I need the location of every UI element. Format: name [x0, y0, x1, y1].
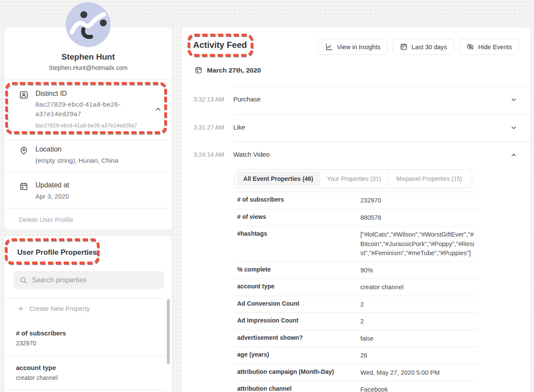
- property-value: 2: [360, 296, 477, 313]
- view-in-insights-label: View in Insights: [337, 44, 380, 51]
- updated-at-label: Updated at: [35, 181, 69, 189]
- chevron-down-icon[interactable]: [510, 124, 517, 131]
- divider: [4, 208, 172, 209]
- event-name: Purchase: [233, 95, 261, 103]
- tab-mixpanel-properties[interactable]: Mixpanel Properties (15): [388, 171, 470, 186]
- profile-card: Stephen Hunt Stephen.Hunt@hotmailx.com D…: [4, 28, 172, 230]
- property-key: attribution channel: [235, 381, 360, 392]
- delete-user-profile-button[interactable]: Delete User Profile: [19, 216, 73, 223]
- location-pin-icon: [19, 146, 29, 155]
- avatar-face-icon: [66, 2, 111, 47]
- user-profile-properties-title: User Profile Properties: [17, 248, 97, 257]
- distinct-id-label: Distinct ID: [35, 90, 67, 98]
- calendar-icon: [400, 43, 408, 51]
- contact-badge-icon: [19, 90, 29, 100]
- property-value: creator channel: [360, 279, 477, 296]
- user-avatar: [66, 2, 111, 47]
- table-row: advertisement shown? false: [235, 330, 477, 347]
- property-value: 232970: [16, 340, 36, 347]
- table-row: account type creator channel: [235, 278, 477, 296]
- event-row-like[interactable]: 3:31:27 AM Like: [181, 114, 531, 142]
- divider: [4, 355, 166, 356]
- distinct-id-value-small: 8ac27829-ebcd-41a8-be26-a37e14ed29a7: [35, 123, 137, 129]
- property-value: 2: [360, 313, 477, 330]
- chevron-down-icon[interactable]: [510, 96, 517, 103]
- user-profile-properties-card: User Profile Properties Create New Prope…: [4, 236, 172, 392]
- property-value: false: [360, 330, 477, 347]
- plus-icon: [17, 305, 24, 312]
- search-icon: [19, 276, 28, 285]
- event-properties-tabbar: All Event Properties (46) Your Propertie…: [235, 169, 472, 188]
- search-properties-input[interactable]: [32, 276, 158, 284]
- activity-feed-card: Activity Feed View in Insights Last 30 d…: [181, 28, 531, 392]
- event-properties-table: # of subscribers 232970 # of views 88057…: [235, 192, 477, 392]
- property-value: creator channel: [16, 374, 58, 381]
- table-row: # of subscribers 232970: [235, 192, 477, 209]
- search-properties-box[interactable]: [13, 271, 164, 289]
- property-key: age (years): [235, 347, 360, 361]
- properties-scrollbar-thumb[interactable]: [167, 299, 170, 364]
- date-range-button[interactable]: Last 30 days: [393, 39, 454, 55]
- event-time: 3:32:13 AM: [194, 96, 224, 103]
- create-new-property-button[interactable]: Create New Property: [17, 305, 90, 312]
- distinct-id-value: 8ac27829-ebcd-41a8-be26-a37e14ed29a7: [35, 100, 149, 119]
- property-value: 26: [360, 347, 477, 364]
- table-row: attribution channel Facebook: [235, 381, 477, 392]
- table-row: age (years) 26: [235, 347, 477, 364]
- event-row-watch-video[interactable]: 3:24:14 AM Watch Video: [181, 142, 531, 169]
- property-value: 90%: [360, 262, 477, 279]
- property-key: # of views: [235, 209, 360, 224]
- property-key: % complete: [235, 262, 360, 276]
- table-row: # of views 880578: [235, 209, 477, 226]
- updated-at-value: Apr 3, 2020: [35, 193, 69, 200]
- table-row: Ad Conversion Count 2: [235, 296, 477, 313]
- property-value: Wed, May 27, 2020 5:00 PM: [360, 364, 477, 381]
- property-key: account type: [235, 279, 360, 293]
- table-row: attribution campaign (Month-Day) Wed, Ma…: [235, 364, 477, 381]
- line-chart-icon: [325, 43, 333, 51]
- location-label: Location: [35, 145, 62, 153]
- property-value: ["#lolCats","#Wilson","#WorstGiftEver","…: [360, 226, 477, 262]
- table-row: #hashtags ["#lolCats","#Wilson","#WorstG…: [235, 226, 477, 262]
- profile-name: Stephen Hunt: [4, 52, 172, 62]
- property-name: # of subscribers: [16, 329, 66, 337]
- property-value: 232970: [360, 192, 477, 209]
- chevron-up-icon[interactable]: [510, 152, 517, 158]
- property-value: Facebook: [360, 381, 477, 392]
- chevron-up-icon[interactable]: [154, 105, 162, 113]
- event-time: 3:31:27 AM: [194, 124, 224, 131]
- tab-your-properties[interactable]: Your Properties (31): [320, 171, 388, 186]
- calendar-icon: [19, 182, 29, 191]
- property-value: 880578: [360, 209, 477, 226]
- feed-date-label: March 27th, 2020: [207, 66, 261, 74]
- event-time: 3:24:14 AM: [194, 151, 224, 158]
- table-row: Ad Impression Count 2: [235, 313, 477, 330]
- event-name: Like: [233, 123, 245, 131]
- property-key: # of subscribers: [235, 192, 360, 206]
- table-row: % complete 90%: [235, 262, 477, 279]
- property-key: attribution campaign (Month-Day): [235, 364, 360, 379]
- create-new-property-label: Create New Property: [29, 305, 90, 312]
- tab-all-event-properties[interactable]: All Event Properties (46): [237, 171, 320, 186]
- activity-feed-title: Activity Feed: [193, 40, 247, 50]
- divider: [4, 79, 172, 79]
- calendar-icon: [194, 66, 203, 74]
- divider: [4, 298, 172, 298]
- property-key: advertisement shown?: [235, 330, 360, 345]
- event-name: Watch Video: [233, 151, 270, 158]
- location-value: (empty string), Hunan, China: [35, 157, 118, 164]
- property-key: Ad Impression Count: [235, 313, 360, 327]
- profile-email: Stephen.Hunt@hotmailx.com: [4, 64, 172, 71]
- view-in-insights-button[interactable]: View in Insights: [318, 39, 387, 55]
- divider: [4, 172, 172, 173]
- feed-date-header: March 27th, 2020: [194, 66, 261, 74]
- hide-events-button[interactable]: Hide Events: [459, 39, 519, 55]
- divider: [4, 140, 172, 140]
- eye-off-icon: [466, 43, 474, 51]
- date-range-label: Last 30 days: [412, 44, 447, 51]
- feed-toolbar: View in Insights Last 30 days Hide Event…: [318, 39, 519, 55]
- property-key: #hashtags: [235, 226, 360, 240]
- divider: [4, 390, 166, 390]
- hide-events-label: Hide Events: [478, 44, 512, 51]
- event-row-purchase[interactable]: 3:32:13 AM Purchase: [181, 86, 531, 114]
